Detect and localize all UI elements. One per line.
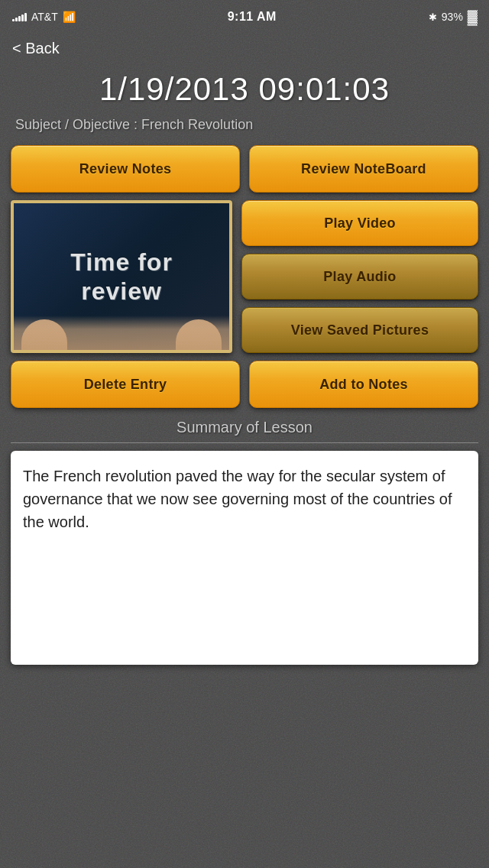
back-button[interactable]: < Back [0, 34, 72, 63]
summary-text: The French revolution paved the way for … [23, 465, 466, 533]
delete-entry-button[interactable]: Delete Entry [11, 361, 240, 408]
carrier-label: AT&T [31, 11, 58, 23]
signal-bars [12, 12, 27, 21]
thumbnail-inner: Time for review [14, 203, 229, 350]
signal-bar-3 [18, 16, 21, 21]
thumbnail-hand-right [176, 319, 222, 350]
middle-row: Time for review Play Video Play Audio Vi… [11, 200, 478, 353]
thumbnail-text: Time for review [63, 240, 180, 314]
add-to-notes-button[interactable]: Add to Notes [249, 361, 478, 408]
thumbnail-line1: Time for [70, 248, 173, 276]
bluetooth-icon: ✱ [429, 11, 437, 23]
right-buttons: Play Video Play Audio View Saved Picture… [241, 200, 478, 353]
buttons-area: Review Notes Review NoteBoard Time for r… [0, 145, 489, 416]
view-saved-pictures-button[interactable]: View Saved Pictures [241, 307, 478, 353]
play-audio-button[interactable]: Play Audio [241, 254, 478, 300]
review-notes-button[interactable]: Review Notes [11, 145, 240, 193]
play-video-button[interactable]: Play Video [241, 200, 478, 246]
button-row-3: Delete Entry Add to Notes [11, 361, 478, 408]
status-right: ✱ 93% ▓ [429, 9, 477, 25]
summary-section: Summary of Lesson The French revolution … [0, 419, 489, 665]
subject-line: Subject / Objective : French Revolution [0, 114, 489, 145]
thumbnail-hands [14, 316, 229, 350]
signal-bar-2 [15, 18, 18, 21]
datetime-header: 1/19/2013 09:01:03 [0, 63, 489, 114]
signal-bar-1 [12, 19, 15, 21]
summary-text-box: The French revolution paved the way for … [11, 451, 478, 665]
app-background: AT&T 📶 9:11 AM ✱ 93% ▓ < Back 1/19/2013 … [0, 0, 489, 868]
review-noteboard-button[interactable]: Review NoteBoard [249, 145, 478, 193]
signal-bar-5 [24, 13, 27, 21]
thumbnail-hand-left [21, 319, 67, 350]
thumbnail: Time for review [11, 200, 232, 353]
status-time: 9:11 AM [228, 10, 277, 24]
thumbnail-line2: review [81, 277, 162, 305]
wifi-icon: 📶 [63, 11, 76, 23]
battery-icon: ▓ [468, 9, 477, 25]
signal-bar-4 [21, 15, 24, 21]
summary-label: Summary of Lesson [11, 419, 478, 443]
battery-percent: 93% [442, 11, 463, 23]
status-bar: AT&T 📶 9:11 AM ✱ 93% ▓ [0, 0, 489, 34]
button-row-1: Review Notes Review NoteBoard [11, 145, 478, 193]
status-left: AT&T 📶 [12, 11, 76, 23]
